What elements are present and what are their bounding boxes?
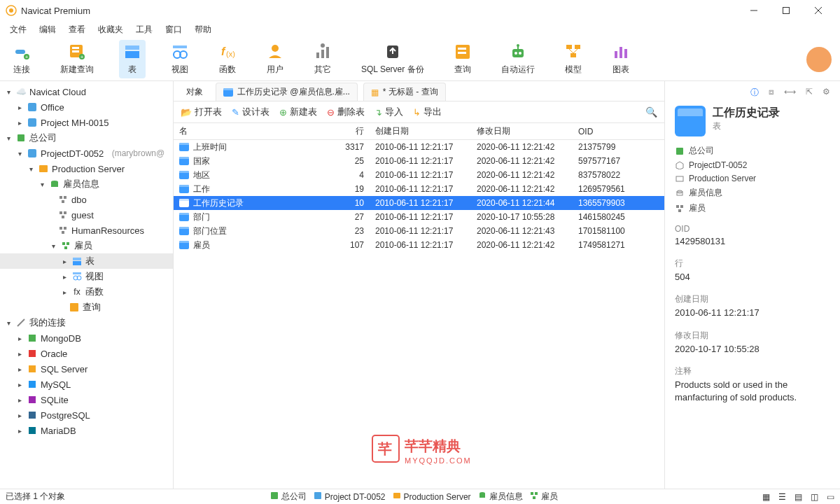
- delete-table-button[interactable]: ⊖删除表: [327, 106, 365, 118]
- breadcrumb-item[interactable]: ProjectDT-0052: [675, 160, 830, 170]
- table-row[interactable]: 部门位置232010-06-11 12:21:172020-06-11 12:2…: [174, 224, 664, 238]
- col-rows[interactable]: 行: [321, 125, 370, 137]
- tree-mysql[interactable]: ▸MySQL: [0, 377, 173, 392]
- maximize-button[interactable]: [770, 0, 802, 21]
- info-icon[interactable]: ⓘ: [750, 87, 759, 99]
- user-avatar[interactable]: [806, 47, 832, 72]
- table-row[interactable]: 雇员1072010-06-11 12:21:172020-06-11 12:21…: [174, 238, 664, 252]
- tool-user[interactable]: 用户: [262, 40, 288, 78]
- tree-sqlserver[interactable]: ▸SQL Server: [0, 361, 173, 377]
- close-button[interactable]: [802, 0, 834, 21]
- gear-icon[interactable]: ⚙: [822, 87, 830, 99]
- col-modified[interactable]: 修改日期: [471, 125, 573, 137]
- tree-my-connections[interactable]: ▾我的连接: [0, 315, 173, 330]
- ddl-icon[interactable]: ⧈: [769, 87, 774, 99]
- svg-rect-77: [271, 492, 278, 499]
- tree-database[interactable]: ▾雇员信息: [0, 176, 173, 192]
- tree-schema-guest[interactable]: guest: [0, 207, 173, 223]
- import-button[interactable]: ↴导入: [374, 106, 403, 118]
- tree-mongodb[interactable]: ▸MongoDB: [0, 330, 173, 346]
- tool-query[interactable]: 查询: [449, 40, 476, 78]
- tree-schema-emp[interactable]: ▾雇员: [0, 238, 173, 253]
- open-table-button[interactable]: 📂打开表: [181, 106, 222, 118]
- tool-other[interactable]: 其它: [309, 40, 336, 78]
- col-oid[interactable]: OID: [573, 127, 657, 136]
- table-row[interactable]: 上班时间33172010-06-11 12:21:172020-06-11 12…: [174, 140, 664, 154]
- breadcrumb-item[interactable]: Production Server: [675, 174, 830, 183]
- tool-table[interactable]: 表: [119, 40, 146, 78]
- tab-workhistory[interactable]: 工作历史记录 @雇员信息.雇...: [216, 83, 358, 101]
- tree-postgresql[interactable]: ▸PostgreSQL: [0, 407, 173, 423]
- tree-obj-functions[interactable]: ▸fx函数: [0, 284, 173, 300]
- tree-projectdt[interactable]: ▾ProjectDT-0052 (marybrown@: [0, 146, 173, 161]
- tool-new-query[interactable]: +新建查询: [56, 40, 98, 78]
- chart-icon: [612, 43, 630, 61]
- status-path-item[interactable]: 总公司: [270, 491, 307, 503]
- tool-function[interactable]: f(x)函数: [214, 40, 241, 78]
- tree-office[interactable]: ▸Office: [0, 99, 173, 115]
- tree-oracle[interactable]: ▸Oracle: [0, 346, 173, 361]
- tree-obj-views[interactable]: ▸视图: [0, 269, 173, 284]
- tool-backup[interactable]: SQL Server 备份: [357, 40, 428, 78]
- breadcrumb-item[interactable]: 雇员: [675, 202, 830, 214]
- export-button[interactable]: ↳导出: [413, 106, 442, 118]
- path-icon: [530, 491, 538, 502]
- menu-file[interactable]: 文件: [4, 22, 32, 38]
- expand-icon[interactable]: ⇱: [806, 87, 813, 99]
- new-table-button[interactable]: ⊕新建表: [279, 106, 317, 118]
- menu-window[interactable]: 窗口: [160, 22, 188, 38]
- menu-edit[interactable]: 编辑: [34, 22, 62, 38]
- table-row[interactable]: 工作192010-06-11 12:21:172020-06-11 12:21:…: [174, 182, 664, 196]
- tab-objects[interactable]: 对象: [179, 83, 210, 101]
- table-row[interactable]: 工作历史记录102010-06-11 12:21:172020-06-11 12…: [174, 196, 664, 210]
- tab-untitled-query[interactable]: ▦* 无标题 - 查询: [363, 83, 446, 101]
- view-list-icon[interactable]: ☰: [778, 492, 786, 502]
- status-path-item[interactable]: Production Server: [393, 491, 471, 503]
- status-path-item[interactable]: Project DT-0052: [314, 491, 386, 503]
- tool-view[interactable]: 视图: [167, 40, 193, 78]
- tool-automation[interactable]: 自动运行: [497, 40, 539, 78]
- status-path-item[interactable]: 雇员信息: [478, 491, 523, 503]
- tree-obj-tables[interactable]: ▸表: [0, 253, 173, 269]
- pencil-icon: ✎: [232, 107, 239, 118]
- svg-rect-45: [18, 134, 24, 141]
- search-icon[interactable]: 🔍: [645, 106, 657, 118]
- view-split-icon[interactable]: ◫: [811, 492, 818, 502]
- tree-schema-hr[interactable]: HumanResources: [0, 223, 173, 238]
- menu-view[interactable]: 查看: [63, 22, 91, 38]
- view-detail-icon[interactable]: ▤: [794, 492, 802, 502]
- tree-project-mh[interactable]: ▸Project MH-0015: [0, 115, 173, 130]
- relation-icon[interactable]: ⟷: [784, 87, 796, 99]
- tree-mariadb[interactable]: ▸MariaDB: [0, 423, 173, 438]
- svg-rect-42: [624, 49, 627, 58]
- tree-company[interactable]: ▾总公司: [0, 130, 173, 146]
- view-full-icon[interactable]: ▭: [827, 492, 834, 502]
- tool-chart[interactable]: 图表: [608, 40, 634, 78]
- tool-model[interactable]: 模型: [560, 40, 587, 78]
- table-row[interactable]: 部门272010-06-11 12:21:172020-10-17 10:55:…: [174, 210, 664, 224]
- tool-connection[interactable]: +连接: [8, 40, 35, 78]
- svg-rect-28: [458, 48, 466, 50]
- svg-rect-30: [512, 49, 524, 57]
- main-content: 对象 工作历史记录 @雇员信息.雇... ▦* 无标题 - 查询 📂打开表 ✎设…: [174, 81, 665, 489]
- tree-schema-dbo[interactable]: dbo: [0, 192, 173, 207]
- col-name[interactable]: 名: [174, 125, 321, 137]
- table-row[interactable]: 国家252010-06-11 12:21:172020-06-11 12:21:…: [174, 154, 664, 168]
- status-path-item[interactable]: 雇员: [530, 491, 558, 503]
- tree-cloud[interactable]: ▾☁️Navicat Cloud: [0, 84, 173, 99]
- view-icon: [71, 271, 83, 282]
- breadcrumb-item[interactable]: 雇员信息: [675, 187, 830, 199]
- tree-obj-queries[interactable]: 查询: [0, 300, 173, 315]
- menu-help[interactable]: 帮助: [189, 22, 217, 38]
- breadcrumb-item[interactable]: 总公司: [675, 145, 830, 157]
- minimize-button[interactable]: [738, 0, 770, 21]
- design-table-button[interactable]: ✎设计表: [232, 106, 270, 118]
- table-icon: [223, 88, 233, 97]
- tree-sqlite[interactable]: ▸SQLite: [0, 392, 173, 407]
- menu-tools[interactable]: 工具: [130, 22, 158, 38]
- view-grid-icon[interactable]: ▦: [762, 492, 770, 502]
- col-created[interactable]: 创建日期: [370, 125, 471, 137]
- tree-prod-server[interactable]: ▾Production Server: [0, 161, 173, 176]
- table-row[interactable]: 地区42010-06-11 12:21:172020-06-11 12:21:4…: [174, 168, 664, 182]
- menu-favorites[interactable]: 收藏夹: [92, 22, 129, 38]
